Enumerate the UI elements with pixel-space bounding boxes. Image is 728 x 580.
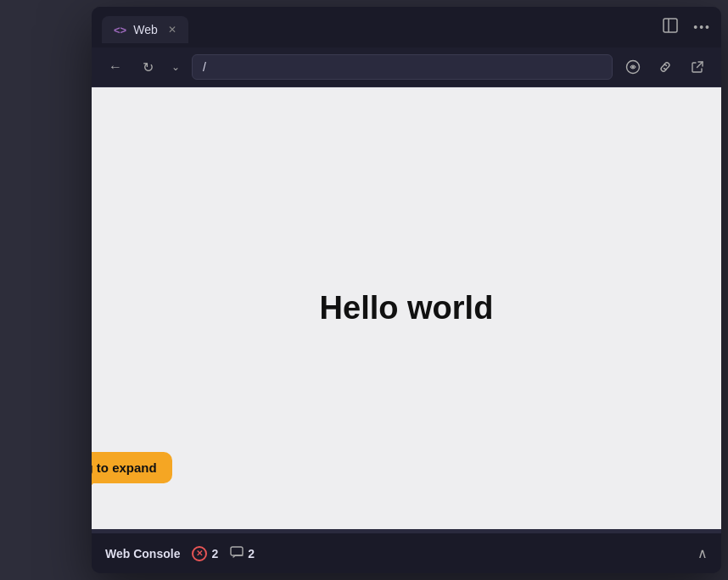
tab-code-icon: <>: [114, 24, 126, 36]
svg-point-3: [632, 66, 635, 69]
comment-icon: [230, 546, 244, 561]
sidebar-toggle-icon[interactable]: [663, 18, 678, 37]
status-bar: Web Console ✕ 2 2 ∧: [92, 533, 721, 573]
browser-window: <> Web ✕ ••• ← ↻ ⌄: [92, 7, 721, 573]
web-console-label[interactable]: Web Console: [105, 547, 180, 560]
tab-bar: <> Web ✕ •••: [92, 7, 721, 47]
comment-badge: 2: [230, 546, 255, 561]
address-bar[interactable]: [192, 54, 613, 80]
reload-button[interactable]: ↻: [136, 55, 160, 79]
expand-tooltip-bubble[interactable]: Click or drag to expand: [92, 452, 172, 483]
error-count: 2: [211, 547, 218, 560]
svg-rect-0: [664, 19, 677, 32]
reload-dropdown-button[interactable]: ⌄: [168, 55, 183, 79]
error-icon: ✕: [192, 546, 207, 561]
page-heading: Hello world: [320, 290, 494, 326]
active-tab[interactable]: <> Web ✕: [102, 16, 188, 43]
more-menu-icon[interactable]: •••: [693, 20, 711, 34]
tab-title: Web: [133, 23, 158, 36]
external-link-icon[interactable]: [686, 55, 709, 79]
svg-rect-4: [231, 547, 243, 555]
error-badge: ✕ 2: [192, 546, 218, 561]
comment-count: 2: [248, 547, 255, 560]
tab-close-button[interactable]: ✕: [168, 24, 176, 36]
back-button[interactable]: ←: [104, 55, 127, 79]
expand-tooltip-container: Click or drag to expand ↓: [92, 452, 172, 512]
webpage-content: Hello world Click or drag to expand ↓: [92, 87, 721, 529]
toolbar: ← ↻ ⌄: [92, 47, 721, 87]
link-icon[interactable]: [653, 55, 677, 79]
edit-url-icon[interactable]: [621, 55, 645, 79]
chevron-up-button[interactable]: ∧: [697, 545, 708, 561]
left-sidebar: [0, 0, 92, 580]
